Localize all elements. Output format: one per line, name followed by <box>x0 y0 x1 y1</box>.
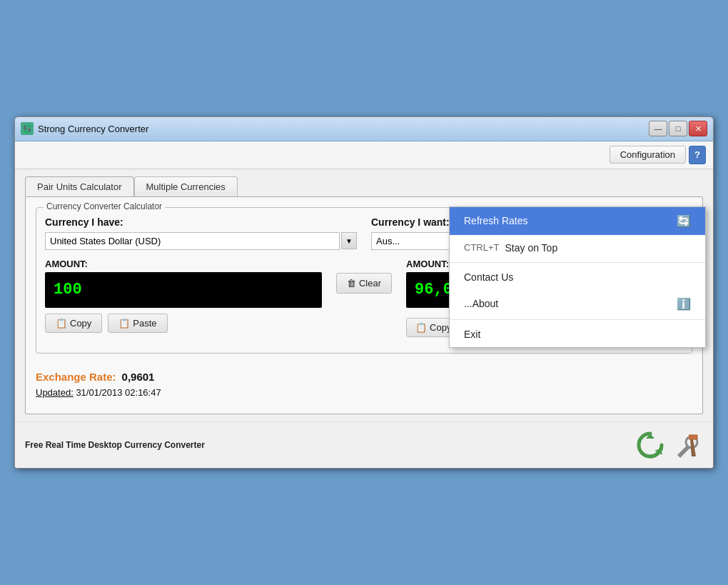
help-button[interactable]: ? <box>689 146 706 164</box>
menu-item-about[interactable]: ...About ℹ️ <box>450 290 705 318</box>
currency-have-col: Currency I have: United States Dollar (U… <box>45 216 357 250</box>
footer-icons <box>635 429 703 461</box>
currency-have-select-wrap: United States Dollar (USD) ▼ <box>45 232 357 250</box>
tab-multiple-currencies[interactable]: Multiple Currencies <box>134 176 238 196</box>
clear-btn-wrap: 🗑 Clear <box>336 259 392 294</box>
exchange-rate-label: Exchange Rate: <box>36 371 116 383</box>
close-button[interactable]: ✕ <box>689 121 707 136</box>
copy-left-icon: 📋 <box>56 318 67 329</box>
left-btn-row: 📋 Copy 📋 Paste <box>45 314 322 333</box>
copy-left-label: Copy <box>70 318 91 329</box>
dropdown-menu: Refresh Rates 🔄 CTRL+T Stay on Top Conta… <box>449 206 706 348</box>
updated-line: Updated: 31/01/2013 02:16:47 <box>36 387 692 398</box>
toolbar: Configuration ? <box>15 141 713 169</box>
copy-right-label: Copy <box>430 322 451 333</box>
refresh-rates-label: Refresh Rates <box>464 215 671 226</box>
content-area: Refresh Rates 🔄 CTRL+T Stay on Top Conta… <box>15 169 713 421</box>
amount-left-value: 100 <box>54 281 82 299</box>
copy-right-icon: 📋 <box>415 322 427 333</box>
footer-text: Free Real Time Desktop Currency Converte… <box>25 440 205 450</box>
paste-label: Paste <box>133 318 156 329</box>
updated-value: 31/01/2013 02:16:47 <box>76 387 161 398</box>
menu-item-contact-us[interactable]: Contact Us <box>450 264 705 290</box>
paste-icon: 📋 <box>118 318 130 329</box>
refresh-icon[interactable] <box>635 429 666 461</box>
copy-left-button[interactable]: 📋 Copy <box>45 314 102 333</box>
tab-pair-units[interactable]: Pair Units Calculator <box>25 176 134 196</box>
amount-left-display: 100 <box>45 272 322 308</box>
updated-label: Updated: <box>36 387 74 398</box>
refresh-icon-menu: 🔄 <box>677 214 691 228</box>
exchange-rate-line: Exchange Rate: 0,9601 <box>36 371 692 383</box>
stay-on-top-shortcut: CTRL+T <box>464 242 499 253</box>
stay-on-top-label: Stay on Top <box>505 242 691 254</box>
currency-have-dropdown-arrow[interactable]: ▼ <box>341 232 357 249</box>
amount-left-label: AMOUNT: <box>45 259 322 269</box>
tab-pair-units-label: Pair Units Calculator <box>37 181 122 192</box>
tab-multiple-currencies-label: Multiple Currencies <box>146 181 226 192</box>
group-box-label: Currency Converter Calculator <box>44 201 165 211</box>
tools-icon[interactable] <box>672 429 703 461</box>
app-icon: 💱 <box>21 122 34 135</box>
tab-bar: Pair Units Calculator Multiple Currencie… <box>25 176 703 196</box>
clear-label: Clear <box>359 278 381 289</box>
window-title: Strong Currency Converter <box>38 124 148 134</box>
amount-left-col: AMOUNT: 100 📋 Copy 📋 Paste <box>45 259 322 333</box>
about-label: ...About <box>464 298 671 309</box>
exchange-rate-section: Exchange Rate: 0,9601 Updated: 31/01/201… <box>36 365 692 404</box>
menu-item-exit[interactable]: Exit <box>450 321 705 347</box>
info-icon: ℹ️ <box>677 297 691 311</box>
menu-divider-1 <box>450 262 705 263</box>
menu-item-refresh-rates[interactable]: Refresh Rates 🔄 <box>450 207 705 235</box>
title-bar-buttons: — □ ✕ <box>649 121 707 136</box>
exit-label: Exit <box>464 329 691 340</box>
title-bar: 💱 Strong Currency Converter — □ ✕ <box>15 117 713 141</box>
currency-have-select[interactable]: United States Dollar (USD) <box>45 232 340 250</box>
menu-item-stay-on-top[interactable]: CTRL+T Stay on Top <box>450 235 705 261</box>
footer: Free Real Time Desktop Currency Converte… <box>15 421 713 468</box>
menu-divider-2 <box>450 319 705 320</box>
restore-button[interactable]: □ <box>669 121 687 136</box>
contact-us-label: Contact Us <box>464 271 691 283</box>
minimize-button[interactable]: — <box>649 121 667 136</box>
exchange-rate-value: 0,9601 <box>122 371 155 383</box>
clear-button[interactable]: 🗑 Clear <box>336 273 392 294</box>
title-bar-left: 💱 Strong Currency Converter <box>21 122 148 135</box>
paste-button[interactable]: 📋 Paste <box>108 314 167 333</box>
configuration-button[interactable]: Configuration <box>610 146 686 164</box>
currency-have-label: Currency I have: <box>45 216 357 228</box>
clear-icon: 🗑 <box>347 278 356 289</box>
main-window: 💱 Strong Currency Converter — □ ✕ Config… <box>14 116 714 469</box>
